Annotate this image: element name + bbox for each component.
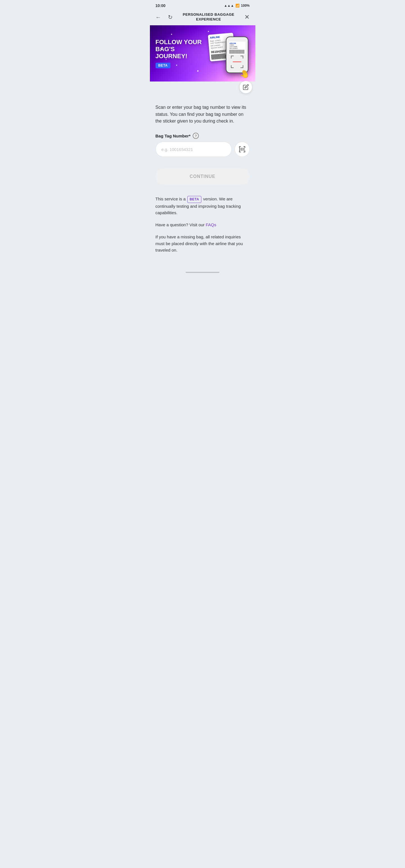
scan-corner-tr [240, 56, 243, 59]
svg-rect-2 [241, 148, 242, 151]
phone-frame: AIRLINE 1/25KG LAST NAME SIN CHANGI [226, 36, 248, 73]
hero-text-area: FOLLOW YOUR BAG'S JOURNEY! BETA [155, 38, 208, 68]
status-bar: 10:00 ▲▲▲ 📶 100% [150, 0, 255, 10]
nav-controls-left: ← ↻ [154, 13, 174, 21]
pencil-icon [243, 84, 249, 90]
scan-corner-tl [231, 56, 234, 59]
status-time: 10:00 [155, 3, 166, 8]
page-title: PERSONALISED BAGGAGE EXPERIENCE [183, 12, 234, 22]
phone-screen: AIRLINE 1/25KG LAST NAME SIN CHANGI [226, 37, 248, 72]
scan-mini-barcode [230, 50, 245, 54]
battery-icon: 100% [241, 4, 250, 8]
signal-icon: ▲▲▲ [224, 4, 234, 8]
description-text: Scan or enter your bag tag number to vie… [155, 104, 250, 125]
input-row [155, 142, 250, 157]
svg-rect-0 [239, 148, 240, 151]
scan-line [233, 62, 241, 62]
svg-rect-3 [243, 148, 243, 151]
home-indicator [150, 267, 255, 276]
hero-beta-badge: BETA [155, 63, 171, 68]
close-button[interactable]: ✕ [243, 13, 251, 21]
hero-title: FOLLOW YOUR BAG'S JOURNEY! [155, 38, 208, 60]
main-content: Scan or enter your bag tag number to vie… [150, 90, 255, 267]
svg-rect-4 [243, 148, 244, 151]
barcode-scan-icon [238, 146, 246, 153]
nav-header: ← ↻ PERSONALISED BAGGAGE EXPERIENCE ✕ [150, 10, 255, 25]
phone-illustration: AIRLINE Bags: 1/25KG LAST NAME/FIRST NAM… [210, 31, 247, 76]
beta-info-text: This service is a BETA version. We are c… [155, 196, 250, 216]
continue-button[interactable]: CONTINUE [155, 168, 250, 185]
faqs-link[interactable]: FAQs [206, 222, 216, 227]
bag-tag-input[interactable] [155, 142, 232, 157]
scroll-indicator-area [150, 82, 255, 90]
beta-badge-inline: BETA [187, 196, 201, 203]
wifi-icon: 📶 [235, 4, 240, 8]
info-section: This service is a BETA version. We are c… [155, 196, 250, 253]
hero-phone-area: AIRLINE Bags: 1/25KG LAST NAME/FIRST NAM… [208, 31, 250, 76]
help-icon-button[interactable]: ? [193, 133, 199, 139]
faq-info-text: Have a question? Visit our FAQs [155, 221, 250, 228]
pencil-button[interactable] [240, 81, 252, 93]
svg-rect-1 [240, 148, 241, 151]
scan-viewfinder [231, 56, 243, 68]
scan-corner-bl [231, 65, 234, 68]
status-icons: ▲▲▲ 📶 100% [224, 4, 250, 8]
hero-banner: FOLLOW YOUR BAG'S JOURNEY! BETA AIRLINE … [150, 25, 255, 82]
home-bar [185, 272, 220, 273]
scan-mini-card: AIRLINE 1/25KG LAST NAME SIN CHANGI [229, 41, 245, 55]
scan-corner-br [240, 65, 243, 68]
scan-barcode-button[interactable] [235, 142, 250, 157]
input-label: Bag Tag Number* ? [155, 133, 250, 139]
missing-bag-info-text: If you have a missing bag, all related i… [155, 234, 250, 253]
back-button[interactable]: ← [154, 13, 162, 21]
refresh-button[interactable]: ↻ [167, 13, 174, 21]
input-section: Bag Tag Number* ? [155, 133, 250, 157]
